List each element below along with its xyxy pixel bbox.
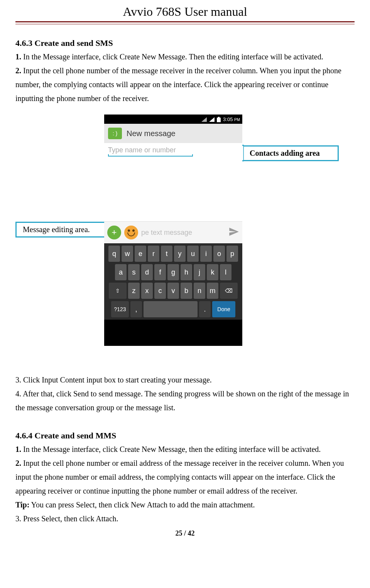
callout-contacts-adding: Contacts adding area (242, 145, 339, 161)
key-x[interactable]: x (141, 283, 153, 299)
on-screen-keyboard: q w e r t y u i o p a s d f g h (104, 243, 242, 320)
callout-message-editing: Message editing area. (15, 222, 112, 238)
key-z[interactable]: z (128, 283, 140, 299)
app-bar-title: New message (127, 129, 176, 138)
step-number: 2. (15, 66, 21, 75)
keyboard-row: ?123 , . Done (106, 301, 241, 317)
message-body-area (104, 158, 242, 221)
section-sms-title: 4.6.3 Create and send SMS (15, 38, 355, 48)
mms-step-2: 2. Input the cell phone number or email … (15, 456, 355, 498)
screenshot-figure: Message editing area. Contacts adding ar… (15, 115, 355, 357)
key-m[interactable]: m (207, 283, 218, 299)
key-r[interactable]: r (148, 246, 159, 262)
svg-rect-5 (218, 117, 220, 118)
key-h[interactable]: h (181, 264, 192, 280)
key-v[interactable]: v (167, 283, 179, 299)
key-shift[interactable]: ⇧ (109, 283, 127, 299)
section-mms-title: 4.6.4 Create and send MMS (15, 431, 355, 441)
key-space[interactable] (144, 301, 198, 317)
sms-step-2: 2. Input the cell phone number of the me… (15, 64, 355, 105)
tip-label: Tip: (15, 500, 29, 509)
key-w[interactable]: w (122, 246, 133, 262)
emoji-icon[interactable] (124, 226, 138, 239)
keyboard-row: ⇧ z x c v b n m ⌫ (106, 283, 241, 299)
keyboard-row: q w e r t y u i o p (106, 246, 241, 262)
key-t[interactable]: t (161, 246, 172, 262)
key-e[interactable]: e (135, 246, 146, 262)
step-text: Input the cell phone number of the messa… (15, 66, 341, 103)
status-bar: 3:05 PM (104, 115, 242, 124)
key-b[interactable]: b (181, 283, 192, 299)
sms-step-4: 4. After that, click Send to send messag… (15, 387, 355, 414)
step-number: 1. (15, 445, 21, 453)
battery-icon (217, 116, 221, 122)
key-period[interactable]: . (199, 301, 211, 317)
key-s[interactable]: s (128, 264, 140, 280)
key-j[interactable]: j (194, 264, 205, 280)
step-text: In the Message interface, click Create N… (21, 52, 323, 61)
compose-placeholder[interactable]: pe text message (141, 229, 225, 237)
step-number: 2. (15, 459, 21, 467)
key-a[interactable]: a (115, 264, 127, 280)
mms-step-3: 3. Press Select, then click Attach. (15, 512, 355, 526)
key-d[interactable]: d (141, 264, 153, 280)
mms-tip: Tip: You can press Select, then click Ne… (15, 498, 355, 512)
key-p[interactable]: p (226, 246, 238, 262)
send-button[interactable] (225, 226, 242, 239)
signal-icon (209, 116, 215, 122)
sms-step-3: 3. Click Input Content input box to star… (15, 373, 355, 387)
phone-screenshot: 3:05 PM : ) New message Type name or num… (104, 115, 242, 346)
tip-text: You can press Select, then click New Att… (29, 500, 255, 509)
step-text: Input the cell phone number or email add… (15, 459, 344, 495)
attach-add-icon[interactable]: + (107, 226, 121, 239)
key-q[interactable]: q (108, 246, 120, 262)
key-y[interactable]: y (174, 246, 186, 262)
svg-marker-3 (209, 117, 215, 122)
sms-step-1: 1. In the Message interface, click Creat… (15, 50, 355, 64)
doc-header-title: Avvio 768S User manual (15, 5, 355, 19)
key-i[interactable]: i (200, 246, 212, 262)
key-c[interactable]: c (154, 283, 166, 299)
key-n[interactable]: n (194, 283, 205, 299)
header-rule (15, 21, 355, 24)
key-done[interactable]: Done (212, 301, 235, 317)
input-underline (108, 156, 193, 157)
key-l[interactable]: l (220, 264, 231, 280)
keyboard-row: a s d f g h j k l (106, 264, 241, 280)
page-number: 25 / 42 (15, 529, 355, 537)
key-backspace[interactable]: ⌫ (220, 283, 238, 299)
key-u[interactable]: u (187, 246, 199, 262)
mms-step-1: 1. In the Message interface, click Creat… (15, 442, 355, 456)
key-k[interactable]: k (207, 264, 218, 280)
key-symbols[interactable]: ?123 (111, 301, 129, 317)
recipient-field[interactable]: Type name or number (104, 143, 242, 158)
svg-marker-2 (201, 117, 207, 122)
signal-icon (201, 116, 207, 122)
compose-row: + pe text message (104, 221, 242, 243)
svg-rect-4 (217, 118, 221, 122)
recipient-placeholder: Type name or number (108, 146, 238, 154)
key-o[interactable]: o (213, 246, 225, 262)
key-f[interactable]: f (154, 264, 166, 280)
app-bar: : ) New message (104, 124, 242, 143)
messaging-app-icon: : ) (108, 128, 122, 139)
status-time: 3:05 PM (223, 116, 240, 122)
step-text: In the Message interface, click Create N… (21, 445, 321, 453)
document-page: Avvio 768S User manual 4.6.3 Create and … (0, 5, 370, 549)
key-comma[interactable]: , (130, 301, 142, 317)
key-g[interactable]: g (167, 264, 179, 280)
step-number: 1. (15, 52, 21, 61)
